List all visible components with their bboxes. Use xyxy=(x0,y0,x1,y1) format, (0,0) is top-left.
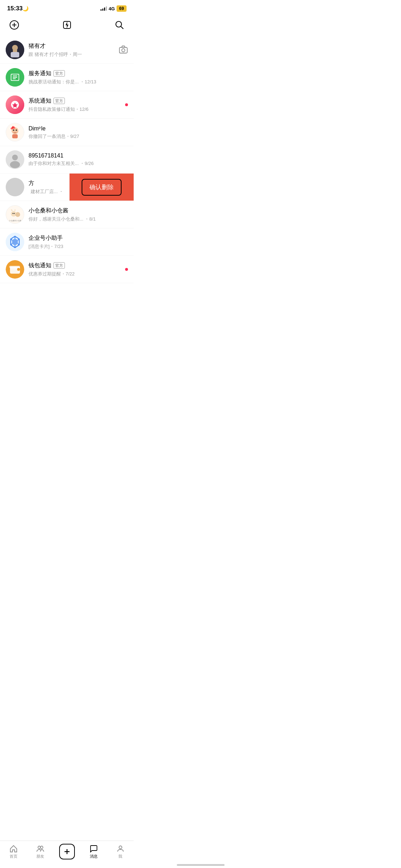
add-button[interactable] xyxy=(7,18,21,32)
svg-rect-29 xyxy=(12,134,17,139)
flash-icon xyxy=(62,20,72,30)
status-bar: 15:33 🌙 4G 69 xyxy=(0,0,134,15)
svg-rect-9 xyxy=(11,52,19,57)
message-header: 小仓桑和小仓酱 xyxy=(29,207,128,215)
list-item[interactable]: 系统通知 官方 抖音隐私政策修订通知・12/6 xyxy=(0,91,134,119)
battery-indicator: 69 xyxy=(117,5,127,12)
plus-icon xyxy=(9,20,19,30)
network-label: 4G xyxy=(109,6,115,11)
contact-name: 钱包通知 xyxy=(29,262,51,269)
contact-name: 方 xyxy=(29,180,34,187)
avatar-image xyxy=(6,68,24,87)
flash-button[interactable] xyxy=(60,18,74,32)
message-content: Dimᵖle 你撤回了一条消息・9/27 xyxy=(29,125,128,140)
message-preview: 优惠券过期提醒・7/22 xyxy=(29,271,122,277)
list-item[interactable]: 企业号小助手 [消息卡片]・7/23 xyxy=(0,228,134,256)
svg-rect-55 xyxy=(9,266,20,268)
svg-text:小仓桑和小仓酱: 小仓桑和小仓酱 xyxy=(9,219,21,222)
signal-icon xyxy=(101,6,107,11)
message-preview: 由于你和对方未互相关... ・9/26 xyxy=(29,160,128,167)
message-content: 服务通知 官方 挑战赛活动通知：你是... ・12/13 xyxy=(29,70,128,85)
message-content: 钱包通知 官方 优惠券过期提醒・7/22 xyxy=(29,262,122,277)
avatar-image xyxy=(6,123,24,141)
avatar xyxy=(6,233,24,251)
unread-indicator xyxy=(125,268,128,271)
svg-point-24 xyxy=(13,129,14,131)
official-badge: 官方 xyxy=(53,262,65,269)
deleting-row[interactable]: 方 建材工厂店... ・8/11 确认删除 xyxy=(0,174,134,201)
message-preview: 跟 猪有才 打个招呼・周一 xyxy=(29,51,116,58)
avatar xyxy=(6,150,24,169)
message-header: 钱包通知 官方 xyxy=(29,262,122,269)
unread-indicator xyxy=(125,103,128,106)
contact-name: 89516718141 xyxy=(29,153,63,159)
svg-point-8 xyxy=(12,45,18,51)
status-time: 15:33 xyxy=(7,5,22,12)
avatar-image xyxy=(6,260,24,279)
svg-point-39 xyxy=(12,213,14,214)
message-content: 猪有才 跟 猪有才 打个招呼・周一 xyxy=(29,42,116,58)
list-item[interactable]: 钱包通知 官方 优惠券过期提醒・7/22 xyxy=(0,256,134,283)
list-item[interactable]: Dimᵖle 你撤回了一条消息・9/27 xyxy=(0,119,134,146)
avatar xyxy=(6,41,24,59)
avatar-image: 小仓桑和小仓酱 xyxy=(6,205,24,224)
official-badge: 官方 xyxy=(53,98,65,104)
contact-name: 猪有才 xyxy=(29,42,46,50)
svg-point-25 xyxy=(16,129,17,131)
svg-point-5 xyxy=(116,21,122,27)
avatar-image xyxy=(6,233,24,251)
contact-name: 企业号小助手 xyxy=(29,234,63,242)
avatar xyxy=(6,123,24,141)
message-preview: 你好，感谢关注小仓桑和... ・8/1 xyxy=(29,216,128,222)
list-item[interactable]: 服务通知 官方 挑战赛活动通知：你是... ・12/13 xyxy=(0,64,134,91)
delete-confirm-button[interactable]: 确认删除 xyxy=(70,174,134,201)
svg-point-33 xyxy=(6,178,24,196)
svg-marker-4 xyxy=(66,21,68,29)
avatar-image xyxy=(6,95,24,114)
message-preview: 挑战赛活动通知：你是... ・12/13 xyxy=(29,79,128,85)
message-content: 企业号小助手 [消息卡片]・7/23 xyxy=(29,234,128,250)
list-item[interactable]: 猪有才 跟 猪有才 打个招呼・周一 xyxy=(0,36,134,64)
avatar xyxy=(6,68,24,87)
message-meta xyxy=(125,103,128,106)
message-header: Dimᵖle xyxy=(29,125,128,132)
svg-rect-11 xyxy=(119,47,127,53)
svg-point-32 xyxy=(10,161,20,168)
svg-point-31 xyxy=(12,155,18,160)
avatar-image xyxy=(6,178,24,196)
svg-point-40 xyxy=(14,213,15,214)
message-list: 猪有才 跟 猪有才 打个招呼・周一 服务通知 xyxy=(0,36,134,283)
avatar xyxy=(6,178,24,196)
message-meta xyxy=(125,268,128,271)
search-icon xyxy=(114,20,124,30)
svg-point-12 xyxy=(122,49,125,52)
delete-confirm-label: 确认删除 xyxy=(82,179,122,196)
message-preview: [消息卡片]・7/23 xyxy=(29,243,128,250)
contact-name: 小仓桑和小仓酱 xyxy=(29,207,68,215)
message-header: 方 xyxy=(29,180,64,187)
camera-icon xyxy=(119,45,128,55)
avatar xyxy=(6,95,24,114)
message-header: 系统通知 官方 xyxy=(29,97,122,105)
top-nav xyxy=(0,15,134,36)
contact-name: 服务通知 xyxy=(29,70,51,77)
message-header: 89516718141 xyxy=(29,153,128,159)
list-item[interactable]: 89516718141 由于你和对方未互相关... ・9/26 xyxy=(0,146,134,174)
message-content: 方 建材工厂店... ・8/11 xyxy=(29,180,64,195)
message-preview: 抖音隐私政策修订通知・12/6 xyxy=(29,106,122,113)
svg-rect-10 xyxy=(13,50,17,52)
moon-icon: 🌙 xyxy=(22,6,29,11)
contact-name: 系统通知 xyxy=(29,97,51,105)
svg-point-28 xyxy=(12,127,14,129)
message-meta xyxy=(119,45,128,55)
message-content: 小仓桑和小仓酱 你好，感谢关注小仓桑和... ・8/1 xyxy=(29,207,128,222)
svg-rect-54 xyxy=(17,268,20,271)
avatar-image xyxy=(6,41,24,59)
search-button[interactable] xyxy=(112,18,127,32)
avatar xyxy=(6,260,24,279)
svg-line-6 xyxy=(121,26,123,29)
message-content: 89516718141 由于你和对方未互相关... ・9/26 xyxy=(29,153,128,167)
list-item[interactable]: 小仓桑和小仓酱 小仓桑和小仓酱 你好，感谢关注小仓桑和... ・8/1 xyxy=(0,201,134,228)
message-content: 系统通知 官方 抖音隐私政策修订通知・12/6 xyxy=(29,97,122,113)
list-item-partial: 方 建材工厂店... ・8/11 xyxy=(0,174,70,201)
